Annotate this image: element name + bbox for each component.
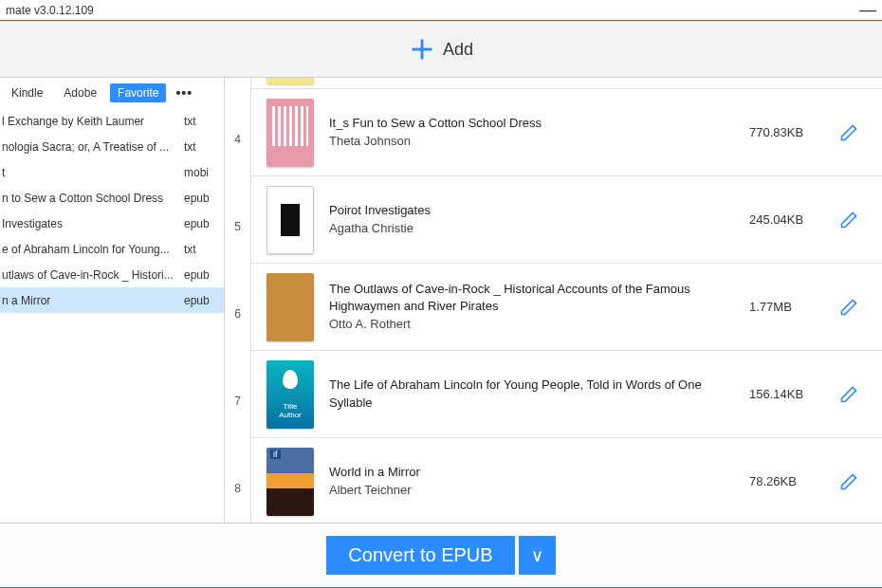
tab-adobe[interactable]: Adobe [56,83,104,102]
edit-button[interactable] [835,298,863,317]
book-title: World in a Mirror [329,464,734,481]
row-number: 8 [225,482,250,495]
sidebar-item[interactable]: tmobi [0,159,224,185]
book-cover [266,448,314,516]
book-cover [266,99,314,167]
plus-icon [409,36,435,63]
row-number: 4 [225,133,250,146]
sidebar-item-format: epub [184,294,218,307]
edit-button[interactable] [835,211,863,230]
book-author: Albert Teichner [329,482,734,499]
sidebar-tabs: Kindle Adobe Favorite ••• [0,78,224,108]
tab-kindle[interactable]: Kindle [4,83,50,102]
book-meta: The Life of Abraham Lincoln for Young Pe… [314,377,749,411]
sidebar-item-title: utlaws of Cave-in-Rock _ Histori... [0,268,184,282]
sidebar-item[interactable]: utlaws of Cave-in-Rock _ Histori...epub [0,262,224,287]
sidebar-list: l Exchange by Keith Laumertxtnologia Sac… [0,108,224,523]
convert-button[interactable]: Convert to EPUB [326,536,514,575]
book-size: 78.26KB [749,474,835,488]
sidebar-item-title: t [0,166,184,179]
sidebar-item-title: e of Abraham Lincoln for Young... [0,243,184,256]
book-row-peek [251,78,882,89]
book-row[interactable]: The Life of Abraham Lincoln for Young Pe… [251,351,882,438]
content-pane: 45678 It_s Fun to Sew a Cotton School Dr… [225,78,882,523]
book-row[interactable]: The Outlaws of Cave-in-Rock _ Historical… [251,264,882,351]
book-size: 245.04KB [749,212,835,227]
sidebar-item-format: epub [184,192,218,205]
book-size: 1.77MB [749,300,835,314]
convert-group: Convert to EPUB ∨ [326,536,555,575]
book-size: 156.14KB [749,387,835,401]
sidebar-item-format: txt [184,243,218,256]
sidebar-item[interactable]: Investigatesepub [0,211,224,236]
book-title: It_s Fun to Sew a Cotton School Dress [329,115,734,132]
main-area: Kindle Adobe Favorite ••• l Exchange by … [0,78,882,523]
sidebar-item[interactable]: n a Mirrorepub [0,287,224,313]
book-meta: It_s Fun to Sew a Cotton School DressThe… [314,115,749,149]
book-cover [266,186,314,254]
minimize-button[interactable]: — [859,0,876,20]
sidebar-item[interactable]: l Exchange by Keith Laumertxt [0,108,224,134]
toolbar: Add [0,21,882,78]
bottom-bar: Convert to EPUB ∨ [0,523,882,587]
sidebar-item[interactable]: n to Sew a Cotton School Dressepub [0,185,224,211]
sidebar-item-format: txt [184,140,218,154]
book-meta: Poirot InvestigatesAgatha Christie [314,202,749,236]
book-title: The Life of Abraham Lincoln for Young Pe… [329,377,734,411]
edit-button[interactable] [835,385,863,404]
book-meta: The Outlaws of Cave-in-Rock _ Historical… [314,281,749,333]
book-row[interactable]: It_s Fun to Sew a Cotton School DressThe… [251,89,882,176]
row-number: 6 [225,307,250,321]
titlebar: mate v3.0.12.109 — [0,0,882,21]
sidebar-item[interactable]: nologia Sacra; or, A Treatise of ...txt [0,134,224,159]
book-author: Agatha Christie [329,220,734,237]
sidebar-item-title: n a Mirror [0,294,184,307]
sidebar-item-title: Investigates [0,217,184,230]
book-cover [266,360,314,429]
book-list: It_s Fun to Sew a Cotton School DressThe… [251,78,882,523]
sidebar: Kindle Adobe Favorite ••• l Exchange by … [0,78,225,523]
book-size: 770.83KB [749,125,835,139]
convert-dropdown[interactable]: ∨ [519,536,556,575]
sidebar-item[interactable]: e of Abraham Lincoln for Young...txt [0,236,224,262]
book-author: Theta Johnson [329,133,734,150]
book-title: The Outlaws of Cave-in-Rock _ Historical… [329,281,734,315]
book-cover [266,78,314,84]
row-number-column: 45678 [225,78,251,523]
sidebar-item-format: txt [184,115,218,128]
sidebar-item-title: l Exchange by Keith Laumer [0,115,184,128]
sidebar-item-title: nologia Sacra; or, A Treatise of ... [0,140,184,154]
add-button[interactable]: Add [409,36,473,63]
book-title: Poirot Investigates [329,202,734,219]
book-row[interactable]: World in a MirrorAlbert Teichner78.26KB [251,438,882,523]
book-cover [266,273,314,341]
add-label: Add [443,40,473,60]
book-meta: World in a MirrorAlbert Teichner [314,464,749,498]
tab-more-icon[interactable]: ••• [175,85,193,101]
row-number: 5 [225,220,250,233]
edit-button[interactable] [835,472,863,491]
sidebar-item-title: n to Sew a Cotton School Dress [0,192,184,205]
book-author: Otto A. Rothert [329,316,734,333]
sidebar-item-format: epub [184,217,218,230]
edit-button[interactable] [835,123,863,142]
window-title: mate v3.0.12.109 [6,4,94,17]
book-row[interactable]: Poirot InvestigatesAgatha Christie245.04… [251,176,882,264]
tab-favorite[interactable]: Favorite [110,83,166,102]
sidebar-item-format: epub [184,268,218,282]
sidebar-item-format: mobi [184,166,218,179]
row-number: 7 [225,395,250,408]
